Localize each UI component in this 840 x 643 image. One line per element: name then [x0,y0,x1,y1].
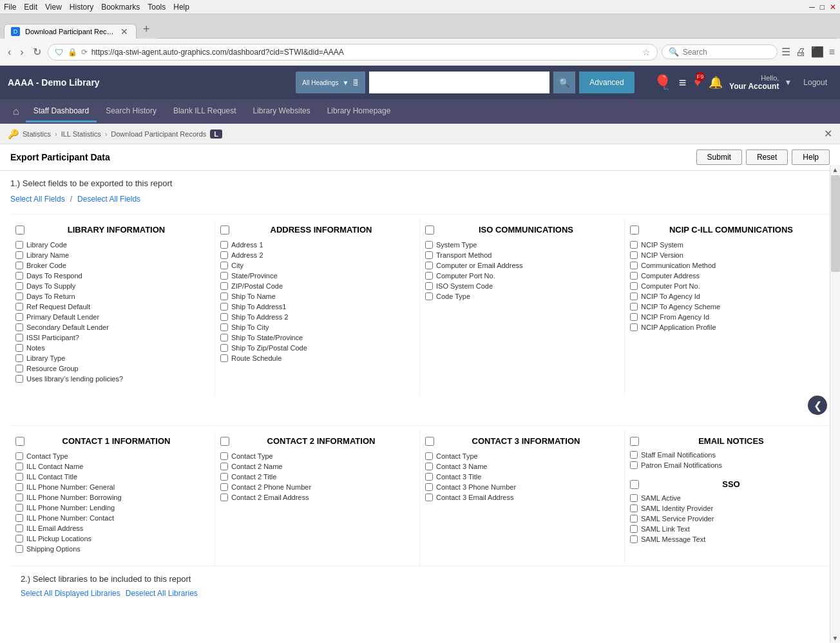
search-input[interactable] [683,48,760,57]
search-dropdown[interactable]: All Headings ▼ 🗄 [296,72,365,93]
email-notices-group-checkbox[interactable] [630,437,639,446]
field-notes-checkbox[interactable] [15,344,23,352]
list-icon[interactable]: ≡ [679,75,687,90]
field-iso-system-code-checkbox[interactable] [425,282,433,290]
field-c1-title-checkbox[interactable] [15,473,23,481]
deselect-all-fields-link[interactable]: Deselect All Fields [77,195,140,204]
back-button[interactable]: ‹ [5,45,14,59]
breadcrumb-download[interactable]: Download Participant Records [111,130,206,138]
iso-comm-group-checkbox[interactable] [425,226,434,235]
field-staff-email-checkbox[interactable] [630,451,638,459]
field-zip-checkbox[interactable] [220,282,228,290]
field-ship-addr2-checkbox[interactable] [220,313,228,321]
field-c3-name-checkbox[interactable] [425,463,433,470]
field-ncip-to-agency-scheme-checkbox[interactable] [630,303,638,311]
account-name[interactable]: Your Account [729,82,779,91]
field-computer-port-checkbox[interactable] [425,272,433,280]
field-c1-name-checkbox[interactable] [15,463,23,470]
search-text-input[interactable] [369,72,549,93]
ncip-group-checkbox[interactable] [630,226,639,235]
menu-view[interactable]: View [45,3,62,12]
field-computer-address-checkbox[interactable] [630,272,638,280]
field-saml-message-checkbox[interactable] [630,535,638,543]
menu-bookmarks[interactable]: Bookmarks [101,3,140,12]
advanced-search-button[interactable]: Advanced [579,72,634,93]
breadcrumb-statistics[interactable]: Statistics [23,130,51,138]
help-button[interactable]: Help [792,149,830,165]
menu-history[interactable]: History [70,3,93,12]
field-ref-request-checkbox[interactable] [15,303,23,311]
field-ship-state-checkbox[interactable] [220,334,228,341]
submit-button[interactable]: Submit [696,149,742,165]
browser-tab-active[interactable]: D Download Participant Records ✕ [4,24,137,39]
field-library-name-checkbox[interactable] [15,251,23,259]
field-c2-title-checkbox[interactable] [220,473,228,481]
url-text[interactable]: https://qa-stwi-agent.auto-graphics.com/… [91,48,638,57]
window-minimize[interactable]: ─ [809,3,815,12]
bookmark-icon[interactable]: ☆ [642,47,651,57]
field-c1-email-checkbox[interactable] [15,524,23,532]
field-c1-shipping-checkbox[interactable] [15,545,23,553]
field-primary-lender-checkbox[interactable] [15,313,23,321]
deselect-all-libraries-link[interactable]: Deselect All Libraries [126,589,198,598]
field-c1-phone-lending-checkbox[interactable] [15,504,23,512]
field-computer-email-checkbox[interactable] [425,262,433,269]
field-ship-name-checkbox[interactable] [220,293,228,300]
field-c1-pickup-checkbox[interactable] [15,535,23,542]
field-ship-addr1-checkbox[interactable] [220,303,228,311]
field-c2-phone-checkbox[interactable] [220,483,228,491]
reset-button[interactable]: Reset [746,149,788,165]
field-saml-identity-checkbox[interactable] [630,504,638,512]
bookmark-list-icon[interactable]: ☰ [781,46,790,58]
field-c2-type-checkbox[interactable] [220,452,228,460]
contact3-group-checkbox[interactable] [425,437,434,446]
field-c1-phone-borrowing-checkbox[interactable] [15,494,23,501]
field-c3-title-checkbox[interactable] [425,473,433,481]
scroll-up-button[interactable]: ▲ [830,165,841,175]
tab-close-button[interactable]: ✕ [120,27,128,36]
window-close[interactable]: ✕ [830,3,836,12]
field-c2-email-checkbox[interactable] [220,494,228,501]
select-all-displayed-link[interactable]: Select All Displayed Libraries [21,589,120,598]
sso-group-checkbox[interactable] [630,480,639,489]
field-city-checkbox[interactable] [220,262,228,269]
menu-file[interactable]: File [4,3,16,12]
window-maximize[interactable]: □ [820,3,825,12]
field-ncip-from-agency-checkbox[interactable] [630,313,638,321]
field-saml-active-checkbox[interactable] [630,494,638,502]
field-route-schedule-checkbox[interactable] [220,354,228,362]
address-info-group-checkbox[interactable] [220,226,229,235]
field-c1-phone-contact-checkbox[interactable] [15,514,23,522]
select-all-fields-link[interactable]: Select All Fields [10,195,65,204]
logout-button[interactable]: Logout [798,75,832,90]
search-submit-button[interactable]: 🔍 [553,72,575,93]
breadcrumb-ill-statistics[interactable]: ILL Statistics [61,130,101,138]
field-code-type-checkbox[interactable] [425,293,433,300]
refresh-button[interactable]: ↻ [30,44,44,59]
field-c3-email-checkbox[interactable] [425,494,433,501]
menu-help[interactable]: Help [173,3,189,12]
field-library-type-checkbox[interactable] [15,354,23,362]
field-broker-code-checkbox[interactable] [15,262,23,269]
field-state-checkbox[interactable] [220,272,228,280]
menu-dots-icon[interactable]: ≡ [829,46,835,58]
field-ship-city-checkbox[interactable] [220,323,228,331]
field-library-code-checkbox[interactable] [15,241,23,249]
nav-staff-dashboard[interactable]: Staff Dashboard [26,101,97,122]
menu-tools[interactable]: Tools [148,3,166,12]
field-secondary-lender-checkbox[interactable] [15,323,23,331]
field-patron-email-checkbox[interactable] [630,461,638,469]
field-issi-checkbox[interactable] [15,334,23,341]
field-saml-link-checkbox[interactable] [630,525,638,533]
field-transport-checkbox[interactable] [425,251,433,259]
field-c1-phone-general-checkbox[interactable] [15,483,23,491]
field-resource-group-checkbox[interactable] [15,365,23,372]
field-ncip-to-agency-checkbox[interactable] [630,293,638,300]
nav-blank-ill[interactable]: Blank ILL Request [166,101,244,122]
breadcrumb-close-button[interactable]: ✕ [824,128,832,140]
field-address2-checkbox[interactable] [220,251,228,259]
menu-edit[interactable]: Edit [24,3,37,12]
scroll-down-button[interactable]: ▼ [830,633,841,643]
contact1-group-checkbox[interactable] [15,437,24,446]
field-ncip-system-checkbox[interactable] [630,241,638,249]
